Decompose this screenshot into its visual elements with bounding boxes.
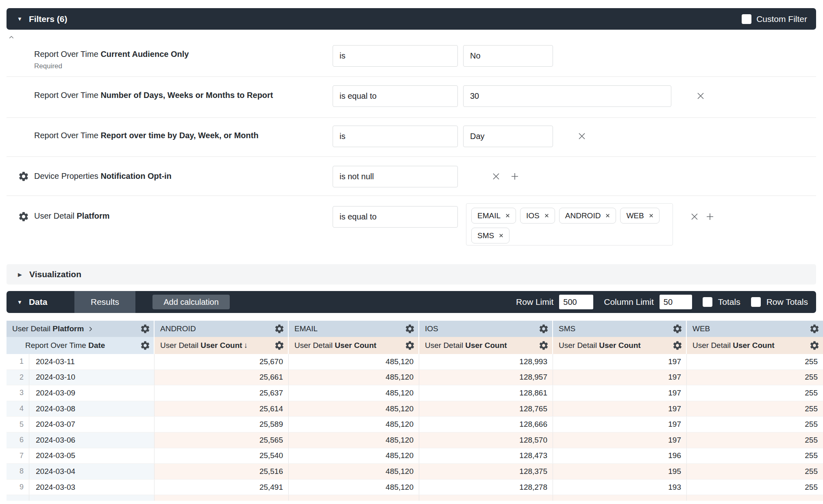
collapse-triangle-icon[interactable]: ▼ — [17, 16, 22, 22]
collapse-triangle-icon[interactable]: ▼ — [17, 299, 22, 305]
value-cell[interactable]: 128,765 — [419, 401, 553, 417]
gear-icon[interactable] — [405, 340, 415, 351]
value-cell[interactable]: 255 — [687, 464, 823, 479]
gear-icon[interactable] — [18, 171, 29, 182]
value-cell[interactable]: 128,666 — [419, 417, 553, 432]
remove-filter-button[interactable] — [575, 129, 589, 143]
value-cell[interactable]: 25,661 — [155, 370, 289, 385]
value-cell[interactable]: 255 — [687, 480, 823, 495]
gear-icon[interactable] — [809, 340, 820, 351]
measure-column-header[interactable]: User Detail User Count — [289, 337, 419, 354]
value-cell[interactable]: 197 — [553, 432, 687, 448]
chip-remove-icon[interactable] — [648, 213, 654, 219]
value-cell[interactable]: 255 — [687, 417, 823, 432]
row-limit-input[interactable] — [559, 295, 593, 309]
gear-icon[interactable] — [18, 211, 29, 222]
value-cell[interactable]: 485,120 — [289, 464, 419, 479]
data-section-header[interactable]: ▼ Data Results Add calculation Row Limit… — [7, 291, 816, 313]
date-cell[interactable]: 2024-03-11 — [29, 354, 155, 369]
value-cell[interactable]: 485,120 — [289, 370, 419, 385]
date-cell[interactable]: 2024-03-06 — [29, 432, 155, 448]
value-cell[interactable]: 255 — [687, 432, 823, 448]
value-cell[interactable]: 197 — [553, 370, 687, 385]
pivot-value-header[interactable]: SMS — [553, 321, 687, 337]
measure-column-header[interactable]: User Detail User Count — [687, 337, 823, 354]
gear-icon[interactable] — [809, 324, 820, 334]
platform-chip[interactable]: IOS — [520, 208, 555, 224]
value-cell[interactable]: 128,957 — [419, 370, 553, 385]
pivot-value-header[interactable]: WEB — [687, 321, 823, 337]
value-cell[interactable]: 255 — [687, 370, 823, 385]
date-cell[interactable]: 2024-03-09 — [29, 385, 155, 401]
filter-operator-select[interactable]: is not null — [333, 166, 458, 187]
value-cell[interactable]: 485,120 — [289, 448, 419, 464]
gear-icon[interactable] — [140, 324, 150, 334]
value-cell[interactable]: 128,570 — [419, 432, 553, 448]
platform-chip[interactable]: WEB — [620, 208, 659, 224]
value-cell[interactable]: 485,120 — [289, 385, 419, 401]
chip-remove-icon[interactable] — [544, 213, 550, 219]
add-filter-button[interactable] — [508, 169, 522, 183]
value-cell[interactable]: 25,516 — [155, 464, 289, 479]
filter-operator-select[interactable]: is equal to — [333, 206, 458, 228]
value-cell[interactable]: 128,993 — [419, 354, 553, 369]
measure-column-header[interactable]: User Detail User Count — [419, 337, 553, 354]
filter-value-input[interactable]: Day — [463, 126, 553, 147]
filter-operator-select[interactable]: is equal to — [333, 85, 458, 107]
value-cell[interactable]: 197 — [553, 417, 687, 432]
measure-column-header[interactable]: User Detail User Count ↓ — [155, 337, 289, 354]
date-cell[interactable]: 2024-03-03 — [29, 480, 155, 495]
value-cell[interactable]: 25,670 — [155, 354, 289, 369]
date-cell[interactable]: 2024-03-05 — [29, 448, 155, 464]
value-cell[interactable]: 128,473 — [419, 448, 553, 464]
column-limit-input[interactable] — [660, 295, 692, 309]
value-cell[interactable]: 193 — [553, 480, 687, 495]
pivot-field-header[interactable]: User Detail Platform — [7, 321, 155, 337]
remove-filter-button[interactable] — [489, 169, 503, 183]
date-cell[interactable]: 2024-03-10 — [29, 370, 155, 385]
value-cell[interactable]: 25,491 — [155, 480, 289, 495]
totals-checkbox[interactable] — [703, 297, 712, 307]
value-cell[interactable]: 255 — [687, 385, 823, 401]
pivot-value-header[interactable]: IOS — [419, 321, 553, 337]
value-cell[interactable]: 485,120 — [289, 417, 419, 432]
gear-icon[interactable] — [672, 340, 683, 351]
value-cell[interactable]: 196 — [553, 448, 687, 464]
filter-value-chips[interactable]: EMAIL IOS ANDROID WEB SMS — [466, 203, 673, 245]
date-cell[interactable]: 2024-03-07 — [29, 417, 155, 432]
gear-icon[interactable] — [538, 340, 549, 351]
value-cell[interactable]: 128,375 — [419, 464, 553, 479]
platform-chip[interactable]: ANDROID — [559, 208, 616, 224]
value-cell[interactable]: 128,278 — [419, 480, 553, 495]
expand-triangle-icon[interactable]: ▶ — [18, 272, 22, 278]
remove-filter-button[interactable] — [694, 89, 708, 103]
gear-icon[interactable] — [274, 324, 285, 334]
value-cell[interactable]: 255 — [687, 354, 823, 369]
chip-remove-icon[interactable] — [505, 213, 511, 219]
filters-section-header[interactable]: ▼ Filters (6) Custom Filter — [7, 8, 816, 30]
gear-icon[interactable] — [274, 340, 285, 351]
value-cell[interactable]: 197 — [553, 354, 687, 369]
gear-icon[interactable] — [405, 324, 415, 334]
gear-icon[interactable] — [672, 324, 683, 334]
pivot-value-header[interactable]: ANDROID — [155, 321, 289, 337]
value-cell[interactable]: 255 — [687, 401, 823, 417]
value-cell[interactable]: 197 — [553, 385, 687, 401]
add-filter-button[interactable] — [703, 210, 717, 224]
row-totals-checkbox[interactable] — [751, 297, 761, 307]
chip-remove-icon[interactable] — [605, 213, 611, 219]
value-cell[interactable]: 485,120 — [289, 432, 419, 448]
value-cell[interactable]: 255 — [687, 448, 823, 464]
value-cell[interactable]: 485,120 — [289, 480, 419, 495]
value-cell[interactable]: 485,120 — [289, 401, 419, 417]
measure-column-header[interactable]: User Detail User Count — [553, 337, 687, 354]
filter-operator-select[interactable]: is — [333, 126, 458, 147]
value-cell[interactable]: 25,614 — [155, 401, 289, 417]
date-column-header[interactable]: Report Over Time Date — [7, 337, 155, 354]
value-cell[interactable]: 197 — [553, 401, 687, 417]
tab-results[interactable]: Results — [74, 291, 135, 313]
filter-operator-select[interactable]: is — [333, 45, 458, 67]
filter-value-input[interactable]: 30 — [463, 85, 671, 107]
value-cell[interactable]: 485,120 — [289, 354, 419, 369]
visualization-section-header[interactable]: ▶ Visualization — [7, 264, 816, 285]
